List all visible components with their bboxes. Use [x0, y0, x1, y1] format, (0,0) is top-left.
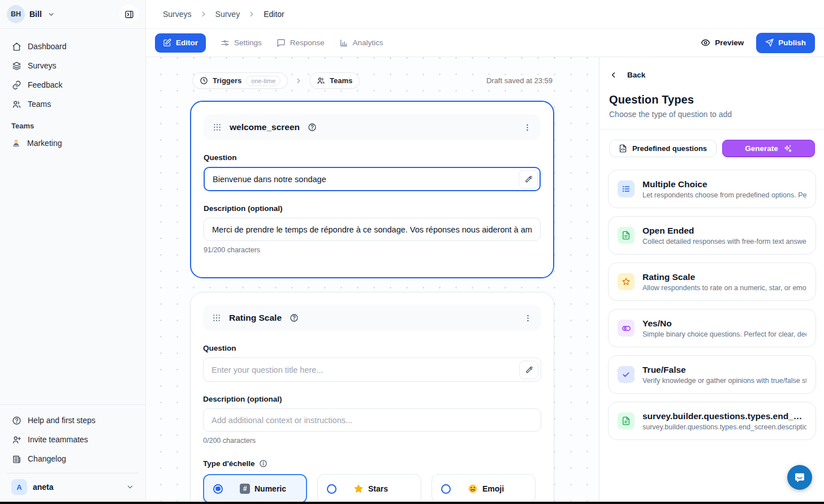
type-description: Let respondents choose from predefined o…: [642, 191, 806, 199]
chevron-right-icon: [248, 10, 256, 18]
survey-editor-canvas: Triggers one-time Teams Draft saved at 2…: [146, 57, 599, 504]
type-description: Allow respondents to rate on a numeric, …: [642, 284, 806, 292]
sidebar-item-invite[interactable]: Invite teammates: [7, 430, 139, 449]
scale-option-numeric[interactable]: # Numeric: [203, 474, 307, 503]
type-card-text: survey.builder.questions.types.end_scr..…: [642, 411, 806, 431]
radio-icon[interactable]: [441, 484, 451, 494]
tab-editor[interactable]: Editor: [155, 33, 206, 53]
tab-label: Analytics: [353, 38, 383, 47]
toggle-icon: [618, 320, 635, 337]
tab-settings[interactable]: Settings: [221, 38, 262, 48]
publish-label: Publish: [778, 38, 806, 47]
layers-icon: [11, 61, 21, 71]
magic-wand-button[interactable]: [519, 360, 538, 379]
help-circle-icon[interactable]: [308, 123, 317, 132]
sidebar-item-dashboard[interactable]: Dashboard: [7, 37, 139, 56]
sidebar-item-help[interactable]: Help and first steps: [7, 411, 139, 430]
sidebar-collapse-button[interactable]: [119, 5, 139, 24]
users-icon: [317, 76, 325, 85]
sparkles-icon: [783, 144, 792, 153]
predefined-questions-button[interactable]: Predefined questions: [609, 140, 717, 157]
chat-bubble-icon: [793, 471, 806, 484]
generate-label: Generate: [745, 144, 778, 153]
sidebar-item-label: Invite teammates: [28, 435, 88, 444]
tab-response[interactable]: Response: [277, 38, 325, 48]
sidebar-item-changelog[interactable]: Changelog: [7, 449, 139, 468]
type-card-rating-scale[interactable]: Rating Scale Allow respondents to rate o…: [608, 262, 816, 301]
question-description-input[interactable]: [203, 408, 541, 432]
back-button[interactable]: Back: [600, 57, 824, 79]
question-card-header[interactable]: Rating Scale: [203, 305, 541, 331]
breadcrumb-editor[interactable]: Editor: [264, 10, 284, 19]
type-card-yes-no[interactable]: Yes/No Simple binary choice questions. P…: [608, 309, 816, 347]
generate-button[interactable]: Generate: [722, 140, 815, 157]
description-input-wrap: [204, 218, 541, 241]
sidebar-item-surveys[interactable]: Surveys: [7, 56, 139, 75]
info-icon[interactable]: [259, 459, 268, 468]
triggers-chip[interactable]: Triggers one-time: [192, 72, 288, 89]
tab-analytics[interactable]: Analytics: [339, 38, 383, 48]
sidebar-footer: Help and first steps Invite teammates Ch…: [0, 404, 145, 504]
radio-selected-icon[interactable]: [213, 484, 223, 494]
question-card-rating-scale[interactable]: Rating Scale Question Description (optio…: [190, 292, 554, 504]
help-circle-icon[interactable]: [290, 313, 299, 322]
magic-wand-button[interactable]: [519, 170, 538, 188]
type-card-multiple-choice[interactable]: Multiple Choice Let respondents choose f…: [608, 170, 816, 208]
scale-option-emoji[interactable]: Emoji: [432, 474, 536, 503]
type-card-true-false[interactable]: True/False Verify knowledge or gather op…: [608, 355, 816, 394]
workspace-name: aneta: [33, 483, 54, 492]
question-card-header[interactable]: welcome_screen: [204, 114, 541, 140]
sidebar-item-label: Dashboard: [28, 42, 67, 51]
drag-handle-icon[interactable]: [212, 313, 221, 322]
kebab-menu-icon[interactable]: [523, 123, 532, 132]
scale-option-stars[interactable]: Stars: [317, 474, 421, 503]
question-input-wrap: [204, 167, 541, 191]
sidebar-item-teams[interactable]: Teams: [7, 94, 139, 114]
publish-button[interactable]: Publish: [756, 33, 815, 53]
type-card-text: Rating Scale Allow respondents to rate o…: [642, 272, 806, 292]
breadcrumb-surveys[interactable]: Surveys: [163, 10, 192, 19]
edit-pencil-icon: [163, 38, 171, 47]
question-card-welcome-screen[interactable]: welcome_screen Question Description (opt…: [190, 101, 554, 278]
breadcrumb-survey[interactable]: Survey: [215, 10, 240, 19]
technologist-emoji-icon: [11, 139, 21, 148]
chevron-right-icon: [295, 77, 303, 85]
type-name: Yes/No: [642, 318, 806, 329]
window-bottom-edge: [0, 502, 824, 504]
kebab-menu-icon[interactable]: [524, 314, 532, 322]
type-name: Open Ended: [642, 226, 806, 236]
description-input-wrap: [203, 408, 541, 432]
type-description: Collect detailed responses with free-for…: [642, 238, 806, 245]
sidebar-item-label: Feedback: [28, 80, 62, 89]
type-card-open-ended[interactable]: Open Ended Collect detailed responses wi…: [608, 216, 816, 255]
avatar[interactable]: BH: [7, 5, 25, 23]
type-card-end-screen[interactable]: survey.builder.questions.types.end_scr..…: [608, 402, 816, 440]
sliders-icon: [221, 38, 230, 48]
editor-toolbar: Editor Settings Response Analytics Previ…: [146, 29, 824, 57]
chevron-down-icon[interactable]: [48, 11, 55, 18]
type-name: Rating Scale: [642, 272, 806, 282]
workspace-avatar: A: [11, 479, 27, 495]
question-title-input[interactable]: [204, 167, 541, 191]
type-card-text: True/False Verify knowledge or gather op…: [642, 365, 806, 385]
trigger-type-badge: one-time: [246, 76, 281, 86]
sidebar-item-team-marketing[interactable]: Marketing: [7, 133, 139, 153]
link-icon: [11, 80, 21, 90]
tab-label: Settings: [234, 38, 262, 47]
check-icon: [618, 366, 635, 383]
question-description-input[interactable]: [204, 218, 541, 241]
workspace-switcher[interactable]: A aneta: [7, 473, 139, 498]
sidebar-item-feedback[interactable]: Feedback: [7, 75, 139, 94]
predefined-questions-label: Predefined questions: [632, 144, 707, 153]
question-title-input[interactable]: [203, 357, 541, 382]
panel-subtitle: Choose the type of question to add: [600, 106, 824, 119]
user-name[interactable]: Bill: [29, 10, 42, 19]
teams-chip[interactable]: Teams: [309, 72, 360, 89]
type-card-text: Yes/No Simple binary choice questions. P…: [642, 318, 806, 338]
preview-label: Preview: [715, 38, 744, 47]
star-emoji-icon: [353, 484, 364, 494]
radio-icon[interactable]: [327, 484, 336, 494]
drag-handle-icon[interactable]: [213, 123, 222, 132]
preview-button[interactable]: Preview: [701, 38, 744, 48]
chat-launcher-button[interactable]: [787, 465, 812, 490]
